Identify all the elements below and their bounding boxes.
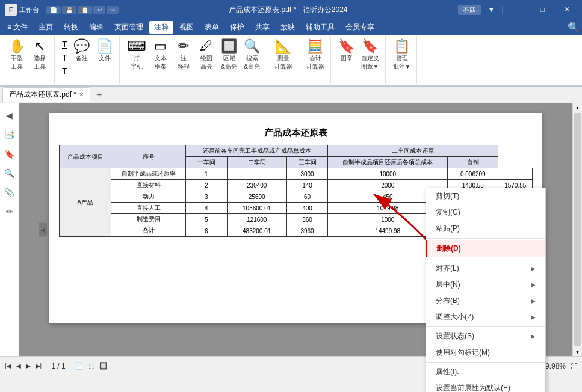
menu-file[interactable]: ≡ 文件 — [2, 21, 33, 34]
ctx-copy-label: 复制(C) — [436, 207, 460, 218]
custom-stamp-label: 自定义图章▼ — [361, 54, 379, 71]
drawing-btn[interactable]: 🖊 绘图高亮 — [196, 38, 217, 72]
row1-c2: 3000 — [286, 168, 328, 180]
zoom-out-icon[interactable]: 🔲 — [99, 362, 108, 370]
text-annot-items: T T T 💬 备注 📄 文件 — [60, 37, 116, 82]
text-annot-btn3[interactable]: T — [60, 65, 70, 77]
menu-share[interactable]: 共享 — [250, 21, 274, 34]
row3-item: 动力 — [111, 191, 186, 203]
hand-tool-btn[interactable]: ✋ 手型工具 — [6, 38, 28, 72]
menu-edit[interactable]: 编辑 — [84, 21, 108, 34]
nav-arrow-left[interactable]: ◀ — [39, 223, 47, 237]
sidebar-bookmarks-icon[interactable]: 🔖 — [2, 147, 17, 161]
title-bar: F 工作台 📄 💾 📋 ↩ ↪ 产品成本还原表.pdf * - 福昕办公2024… — [0, 0, 582, 19]
row5-c1: 121600 — [227, 214, 286, 225]
ctx-set-default[interactable]: 设置当前属性为默认(E) — [426, 380, 545, 392]
ctx-distribute[interactable]: 分布(B) ▶ — [426, 293, 545, 309]
font-size-selector[interactable]: 不四 — [458, 5, 481, 15]
menu-present[interactable]: 放映 — [276, 21, 300, 34]
quick-tab-3[interactable]: 📋 — [78, 6, 92, 14]
sidebar-annot-icon[interactable]: ✏ — [2, 204, 17, 219]
scroll-up-btn[interactable]: ▲ — [574, 103, 582, 112]
note-btn[interactable]: 💬 备注 — [71, 38, 93, 64]
next-page-btn[interactable]: ▶ — [26, 363, 31, 369]
first-page-btn[interactable]: |◀ — [5, 363, 11, 369]
text-icon1: T — [62, 40, 67, 49]
maximize-btn[interactable]: □ — [533, 0, 552, 19]
undo-btn[interactable]: ↩ — [93, 6, 105, 14]
row3-no: 3 — [186, 191, 228, 203]
minimize-btn[interactable]: ─ — [509, 0, 528, 19]
ctx-delete[interactable]: 删除(D) — [426, 240, 545, 257]
ctx-checkmark[interactable]: 使用对勾标记(M) — [426, 345, 545, 361]
quick-tab-2[interactable]: 💾 — [62, 6, 76, 14]
menu-page-mgmt[interactable]: 页面管理 — [110, 21, 148, 34]
select-tool-btn[interactable]: ↖ 选择工具 — [29, 38, 51, 72]
dropdown-arrow[interactable]: ▼ — [486, 5, 497, 14]
text-annot-btn1[interactable]: T — [60, 38, 70, 51]
menu-convert[interactable]: 转换 — [59, 21, 83, 34]
file-annot-btn[interactable]: 📄 文件 — [94, 38, 116, 64]
custom-stamp-btn[interactable]: 🔖 自定义图章▼ — [359, 38, 382, 72]
scroll-thumb[interactable] — [574, 113, 581, 346]
textbox-btn[interactable]: ▭ 文本框架 — [150, 38, 172, 72]
ctx-cut[interactable]: 剪切(T) — [426, 188, 545, 204]
ctx-layer[interactable]: 层中(N) ▶ — [426, 277, 545, 293]
stamp-btn[interactable]: 🔖 图章 — [336, 38, 358, 64]
typewriter-btn[interactable]: ⌨ 打字机 — [125, 38, 149, 72]
area-highlight-btn[interactable]: 🔲 区域&高亮 — [218, 38, 240, 72]
redo-btn[interactable]: ↪ — [107, 6, 119, 14]
th-w2: 二车间 — [227, 157, 286, 168]
search-highlight-btn[interactable]: 🔍 搜索&高亮 — [241, 38, 263, 72]
doc-tab-close[interactable]: ✕ — [79, 91, 84, 98]
fullscreen-btn[interactable]: ⛶ — [571, 363, 577, 370]
calculator-btn[interactable]: 🧮 会计计算器 — [304, 38, 327, 72]
menu-assist[interactable]: 辅助工具 — [301, 21, 339, 34]
sidebar-thumbnails-icon[interactable]: 📑 — [2, 127, 17, 142]
sidebar-search-icon[interactable]: 🔍 — [2, 166, 17, 180]
quick-tab-1[interactable]: 📄 — [46, 6, 61, 14]
menu-annotation[interactable]: 注释 — [149, 21, 173, 34]
scroll-down-btn[interactable]: ▼ — [574, 348, 582, 356]
title-bar-right: 不四 ▼ | ─ □ ✕ — [458, 0, 577, 19]
pdf-title: 产品成本还原表 — [59, 127, 533, 139]
ribbon-group-tools: ✋ 手型工具 ↖ 选择工具 — [2, 36, 55, 84]
page-info: 1 / 1 — [51, 362, 65, 370]
close-btn[interactable]: ✕ — [557, 0, 577, 19]
menu-protect[interactable]: 保护 — [225, 21, 249, 34]
ctx-paste[interactable]: 粘贴(P) — [426, 221, 545, 237]
prev-page-btn[interactable]: ◀ — [16, 363, 21, 369]
search-icon[interactable]: 🔍 — [568, 22, 580, 33]
callout-btn[interactable]: ✏ 注释程 — [173, 38, 194, 72]
menu-view[interactable]: 视图 — [175, 21, 199, 34]
ctx-align[interactable]: 对齐(L) ▶ — [426, 260, 545, 277]
sidebar-nav-icon[interactable]: ◀ — [2, 108, 17, 123]
row1-d2 — [498, 168, 533, 180]
doc-tab[interactable]: 产品成本还原表.pdf * ✕ — [2, 87, 90, 102]
last-page-btn[interactable]: ▶| — [36, 363, 42, 369]
manage-btn[interactable]: 📋 管理批注▼ — [391, 38, 413, 72]
th-w3: 三车间 — [286, 157, 328, 168]
row2-no: 2 — [186, 180, 228, 191]
fit-page-btn[interactable]: 📄 — [75, 362, 84, 370]
menu-member[interactable]: 会员专享 — [341, 21, 379, 34]
measure-btn[interactable]: 📐 测量计算器 — [272, 38, 295, 72]
note-label: 备注 — [76, 54, 88, 63]
custom-stamp-icon: 🔖 — [362, 40, 378, 53]
text-annot-btn2[interactable]: T — [60, 52, 70, 64]
sidebar-attachments-icon[interactable]: 📎 — [2, 185, 17, 200]
row3-c1: 25600 — [227, 191, 286, 203]
fit-width-btn[interactable]: ⬚ — [88, 362, 94, 370]
ctx-copy[interactable]: 复制(C) — [426, 204, 545, 221]
ribbon-group-measure: 📐 测量计算器 — [268, 36, 299, 84]
ctx-properties[interactable]: 属性(I)... — [426, 364, 545, 380]
add-tab-btn[interactable]: + — [91, 88, 107, 102]
search-highlight-label: 搜索&高亮 — [244, 54, 260, 71]
menu-home[interactable]: 主页 — [34, 21, 58, 34]
ctx-resize[interactable]: 调整大小(Z) ▶ — [426, 309, 545, 325]
ctx-set-status[interactable]: 设置状态(S) ▶ — [426, 328, 545, 345]
menu-table[interactable]: 表单 — [200, 21, 224, 34]
row6-c1: 483200.01 — [227, 225, 286, 237]
measure-label: 测量计算器 — [274, 54, 293, 71]
right-scrollbar[interactable]: ▲ ▼ — [572, 103, 582, 356]
